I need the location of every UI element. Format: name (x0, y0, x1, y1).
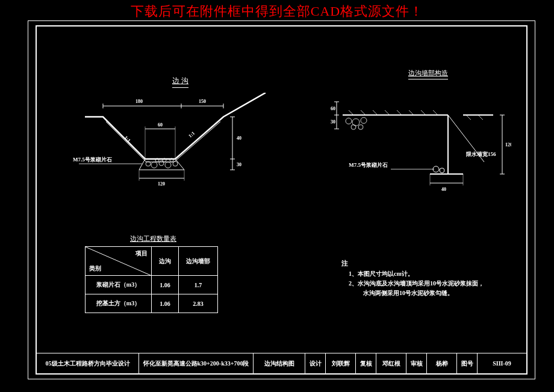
svg-text:120: 120 (158, 181, 165, 187)
drawing-frame-inner: 边 沟 180 150 (36, 25, 528, 375)
tb-drawing-name: 边沟结构图 (254, 353, 305, 373)
table-row: 挖基土方（m3） 1.06 2.83 (86, 294, 218, 313)
svg-point-12 (173, 161, 178, 166)
svg-line-44 (409, 110, 414, 115)
svg-line-39 (349, 110, 353, 115)
svg-text:40: 40 (441, 187, 446, 192)
tb-road: 怀化至新晃高速公路k30+200-k33+700段 (139, 353, 254, 373)
svg-point-51 (361, 117, 367, 123)
svg-text:40: 40 (237, 135, 241, 141)
note-item: 1、本图尺寸均以cm计。 (341, 269, 484, 279)
svg-line-46 (433, 110, 438, 115)
svg-text:1:1: 1:1 (123, 135, 132, 143)
svg-line-47 (466, 115, 471, 120)
svg-point-52 (351, 125, 356, 129)
tb-v1: 刘联辉 (326, 353, 356, 373)
notes-title: 注 (341, 258, 484, 269)
svg-text:60: 60 (158, 122, 163, 128)
right-drawing-title: 边沟墙部构造 (408, 69, 448, 79)
svg-line-43 (397, 110, 402, 115)
svg-text:M7.5号浆砌片石: M7.5号浆砌片石 (349, 162, 388, 168)
svg-text:30: 30 (331, 119, 335, 125)
qty-table-title: 边沟工程数量表 (130, 234, 176, 243)
svg-point-9 (151, 162, 157, 168)
drawing-frame-outer: 边 沟 180 150 (28, 20, 535, 379)
svg-line-42 (385, 110, 390, 115)
wall-section: 60 30 120 40 M7.5号浆砌片石 限水墙宽156 (331, 84, 511, 204)
note-item: 水沟两侧采用10号水泥砂浆勾缝。 (341, 288, 484, 298)
svg-text:限水墙宽156: 限水墙宽156 (466, 151, 496, 157)
svg-text:M7.5号浆砌片石: M7.5号浆砌片石 (73, 157, 112, 163)
quantity-table: 项目 类别 边沟 边沟墙部 浆砌片石（m3） 1.06 1.7 挖基土方（m3）… (85, 246, 218, 313)
svg-text:1:1: 1:1 (187, 131, 196, 139)
notes-block: 注 1、本图尺寸均以cm计。 2、水沟沟底及水沟墙顶均采用10号水泥砂浆抹面， … (341, 258, 484, 298)
tb-v2: 邓红根 (376, 353, 406, 373)
note-item: 2、水沟沟底及水沟墙顶均采用10号水泥砂浆抹面， (341, 279, 484, 288)
svg-line-41 (373, 110, 378, 115)
svg-text:180: 180 (135, 99, 143, 104)
download-banner: 下载后可在附件框中得到全部CAD格式源文件！ (0, 2, 554, 20)
col-header-1: 边沟 (152, 247, 179, 276)
tb-project: 05级土木工程路桥方向毕业设计 (37, 353, 139, 373)
svg-point-49 (346, 118, 352, 124)
svg-line-40 (361, 110, 366, 115)
table-diag-header: 项目 类别 (86, 247, 152, 276)
svg-point-55 (440, 168, 444, 173)
left-drawing-title: 边 沟 (172, 76, 188, 88)
ditch-cross-section: 180 150 1:1 1:1 (67, 93, 278, 189)
svg-line-48 (478, 115, 483, 120)
tb-l1: 设计 (305, 353, 326, 373)
table-row: 浆砌片石（m3） 1.06 1.7 (86, 276, 218, 294)
svg-line-45 (421, 110, 426, 115)
svg-line-6 (139, 159, 145, 170)
svg-text:120: 120 (505, 142, 511, 148)
svg-point-11 (165, 162, 171, 168)
svg-text:150: 150 (199, 99, 206, 104)
tb-l4: 图号 (457, 353, 478, 373)
tb-v4: SIII-09 (478, 353, 526, 373)
svg-text:30: 30 (237, 162, 241, 167)
title-block: 05级土木工程路桥方向毕业设计 怀化至新晃高速公路k30+200-k33+700… (37, 353, 526, 373)
svg-point-53 (358, 125, 363, 129)
tb-v3: 杨桦 (427, 353, 457, 373)
svg-text:60: 60 (331, 106, 335, 111)
tb-l2: 复核 (356, 353, 376, 373)
col-header-2: 边沟墙部 (179, 247, 218, 276)
tb-l3: 审核 (406, 353, 427, 373)
svg-line-7 (175, 159, 184, 170)
